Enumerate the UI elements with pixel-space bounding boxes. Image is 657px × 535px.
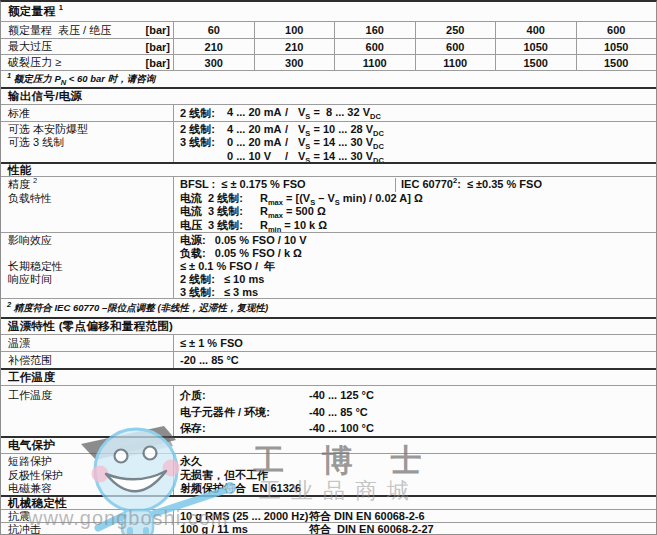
value-cell: 210 <box>173 39 254 54</box>
value-cell: 1050 <box>576 39 657 54</box>
bfsl-value: BFSL : ≤ ± 0.175 % FSO <box>180 178 395 192</box>
value-cell: 1100 <box>334 55 415 70</box>
influence-line: ≤ ± 0.1 % FSO / 年 <box>180 260 656 273</box>
row-label-cell: 额定量程 表压 / 绝压 [bar] <box>1 22 173 38</box>
table-row: 可选 本安防爆型 可选 3 线制 2 线制: 4 ... 20 mA / VS … <box>1 121 656 162</box>
table-row: 精度 2 负载特性 BFSL : ≤ ± 0.175 % FSO IEC 607… <box>1 176 656 232</box>
row-label-cell: 精度 2 负载特性 <box>1 177 173 232</box>
row-label: 抗冲击 <box>8 522 41 535</box>
footnote-text: 2 精度符合 IEC 60770 –限位点调整 (非线性，迟滞性，复现性) <box>7 302 268 315</box>
protection-value: 射频保护符合 EN 61326 <box>180 482 656 496</box>
value-cell: 600 <box>576 22 657 38</box>
row-value-cell: 100 g / 11 ms 符合 DIN EN 60068-2-27 <box>173 523 656 535</box>
unit-label: [bar] <box>146 41 173 53</box>
row-label-cell: 破裂压力 ≥ [bar] <box>1 55 173 70</box>
table-row: 额定量程 表压 / 绝压 [bar] 60 100 160 250 400 60… <box>1 21 656 38</box>
row-value-cell: 2 线制: 4 ... 20 mA / VS = 8 ... 32 VDC <box>173 105 656 121</box>
unit-label: [bar] <box>146 57 173 69</box>
footnote-1: 1 额定压力 PN < 60 bar 时，请咨询 <box>1 70 656 87</box>
row-label: 长期稳定性 <box>8 260 173 273</box>
value-cell: 400 <box>495 22 576 38</box>
value-cell: 60 <box>173 22 254 38</box>
row-label: 工作温度 <box>8 387 173 404</box>
row-label-cell: 抗震 <box>1 510 173 522</box>
row-label: 额定量程 <box>8 23 58 38</box>
row-value-cell: 电源: 0.05 % FSO / 10 V 负载: 0.05 % FSO / k… <box>173 233 656 298</box>
load-line: 电流 2 线制: Rmax = [(VS – VS min) / 0.02 A]… <box>180 192 656 206</box>
row-value: 100 g / 11 ms <box>180 523 309 535</box>
row-sublabel: 表压 / 绝压 <box>58 23 111 38</box>
temp-line: 保存: -40 ... 100 °C <box>180 420 656 437</box>
value-cell: 1500 <box>576 55 657 70</box>
table-row: 最大过压 [bar] 210 210 600 600 1050 1050 <box>1 38 656 54</box>
row-label: 影响效应 <box>8 234 173 247</box>
row-label: 最大过压 <box>8 39 52 54</box>
accuracy-line: BFSL : ≤ ± 0.175 % FSO IEC 607702: ≤ ±0.… <box>180 178 656 192</box>
row-label: 响应时间 <box>8 273 173 286</box>
protection-value: 无损害，但不工作 <box>180 469 656 483</box>
section-title: 电气保护 <box>8 438 55 453</box>
section-header-mechanical-stability: 机械稳定性 <box>1 495 656 509</box>
row-standard: 符合 DIN EN 60068-2-27 <box>309 522 434 535</box>
value-cell: 300 <box>254 55 335 70</box>
row-label-cell: 短路保护 反极性保护 电磁兼容 <box>1 454 173 495</box>
section-title: 输出信号/电源 <box>8 89 82 104</box>
section-header-temp-drift: 温漂特性 (零点偏移和量程范围) <box>1 317 656 334</box>
footnote-text: 1 额定压力 PN < 60 bar 时，请咨询 <box>7 73 155 86</box>
row-value-cell: -20 ... 85 °C <box>173 352 656 368</box>
row-label: 电磁兼容 <box>8 482 173 496</box>
temp-line: 电子元器件 / 环境: -40 ... 85 °C <box>180 404 656 421</box>
signal-line: 2 线制: 4 ... 20 mA / VS = 10 ... 28 VDC <box>180 123 656 136</box>
footnote-2: 2 精度符合 IEC 60770 –限位点调整 (非线性，迟滞性，复现性) <box>1 298 656 317</box>
row-label-cell: 标准 <box>1 105 173 121</box>
section-title: 额定量程 1 <box>8 4 63 19</box>
value-cell: 210 <box>254 39 335 54</box>
section-header-performance: 性能 <box>1 162 656 176</box>
value-cell: 160 <box>334 22 415 38</box>
temp-line: 介质: -40 ... 125 °C <box>180 387 656 404</box>
row-label: 温漂 <box>8 336 30 351</box>
row-label <box>8 247 173 260</box>
protection-value: 永久 <box>180 455 656 469</box>
section-title: 工作温度 <box>8 370 55 385</box>
table-row: 标准 2 线制: 4 ... 20 mA / VS = 8 ... 32 VDC <box>1 104 656 121</box>
row-label: 标准 <box>8 106 30 121</box>
value-cell: 1050 <box>495 39 576 54</box>
table-row: 短路保护 反极性保护 电磁兼容 永久 无损害，但不工作 射频保护符合 EN 61… <box>1 453 656 495</box>
row-label: 可选 本安防爆型 <box>8 123 173 136</box>
influence-line: 2 线制: ≤ 10 ms <box>180 273 656 286</box>
unit-label: [bar] <box>146 24 173 36</box>
value-cell: 300 <box>173 55 254 70</box>
table-row: 补偿范围 -20 ... 85 °C <box>1 351 656 368</box>
row-label: 破裂压力 ≥ <box>8 55 61 70</box>
section-header-electrical-protection: 电气保护 <box>1 436 656 453</box>
row-label: 可选 3 线制 <box>8 136 173 149</box>
row-label-cell: 补偿范围 <box>1 352 173 368</box>
table-row: 影响效应 长期稳定性 响应时间 电源: 0.05 % FSO / 10 V 负载… <box>1 232 656 298</box>
iec-value: IEC 607702: ≤ ±0.35 % FSO <box>395 178 656 192</box>
row-label-cell: 最大过压 [bar] <box>1 39 173 54</box>
signal-line: 2 线制: 4 ... 20 mA / VS = 8 ... 32 VDC <box>180 106 381 121</box>
influence-line: 负载: 0.05 % FSO / k Ω <box>180 247 656 260</box>
load-line: 电压 3 线制: Rmin = 10 k Ω <box>180 219 656 233</box>
row-value-cell: 10 g RMS (25 ... 2000 Hz) 符合 DIN EN 6006… <box>173 510 656 522</box>
row-value-cell: 永久 无损害，但不工作 射频保护符合 EN 61326 <box>173 454 656 495</box>
table-row: 温漂 ≤ ± 1 % FSO <box>1 334 656 351</box>
row-label: 短路保护 <box>8 455 173 469</box>
value-cell: 1500 <box>495 55 576 70</box>
value-cell: 600 <box>334 39 415 54</box>
row-label-cell: 抗冲击 <box>1 523 173 535</box>
value-cell: 1100 <box>415 55 496 70</box>
row-value-cell: ≤ ± 1 % FSO <box>173 335 656 351</box>
row-value: ≤ ± 1 % FSO <box>180 337 243 349</box>
row-label-cell: 工作温度 <box>1 386 173 436</box>
row-label: 负载特性 <box>8 192 173 206</box>
table-row: 破裂压力 ≥ [bar] 300 300 1100 1100 1500 1500 <box>1 54 656 70</box>
row-label: 反极性保护 <box>8 469 173 483</box>
row-value: -20 ... 85 °C <box>180 354 239 366</box>
row-value-cell: 2 线制: 4 ... 20 mA / VS = 10 ... 28 VDC 3… <box>173 122 656 162</box>
influence-line: 电源: 0.05 % FSO / 10 V <box>180 234 656 247</box>
row-label: 精度 2 <box>8 178 173 192</box>
row-label-cell: 温漂 <box>1 335 173 351</box>
table-row: 抗震 10 g RMS (25 ... 2000 Hz) 符合 DIN EN 6… <box>1 509 656 522</box>
